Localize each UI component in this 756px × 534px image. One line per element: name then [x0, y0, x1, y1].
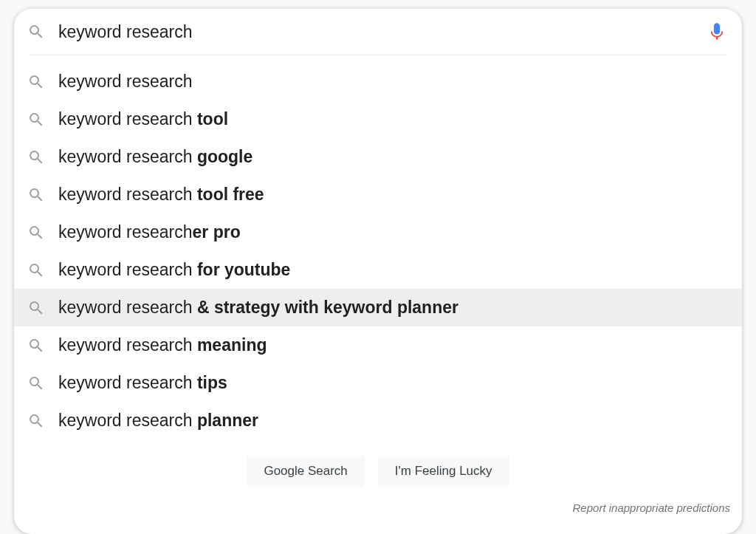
search-icon [27, 148, 45, 166]
search-icon [27, 299, 45, 317]
suggestion-item[interactable]: keyword research for youtube [14, 251, 742, 289]
report-predictions-link[interactable]: Report inappropriate predictions [14, 502, 742, 520]
suggestion-item[interactable]: keyword research [14, 63, 742, 100]
search-dropdown-container: keyword researchkeyword research toolkey… [14, 9, 742, 534]
buttons-row: Google Search I'm Feeling Lucky [14, 439, 742, 502]
suggestion-item[interactable]: keyword research tool free [14, 176, 742, 213]
suggestion-text: keyword research google [58, 146, 252, 168]
suggestion-item[interactable]: keyword research meaning [14, 326, 742, 364]
search-icon [27, 261, 45, 279]
search-icon [27, 186, 45, 204]
feeling-lucky-button[interactable]: I'm Feeling Lucky [378, 456, 509, 487]
search-input-row [14, 9, 742, 55]
search-icon [27, 412, 45, 430]
suggestion-text: keyword research tips [58, 372, 227, 394]
search-icon [27, 73, 45, 91]
suggestion-item[interactable]: keyword research planner [14, 402, 742, 439]
suggestion-text: keyword research planner [58, 410, 258, 432]
mic-icon[interactable] [707, 21, 727, 42]
suggestion-text: keyword research meaning [58, 335, 267, 357]
suggestion-text: keyword research & strategy with keyword… [58, 297, 458, 319]
suggestion-text: keyword research tool [58, 109, 228, 131]
search-input[interactable] [58, 22, 707, 42]
suggestion-text: keyword researcher pro [58, 222, 241, 244]
suggestion-item[interactable]: keyword researcher pro [14, 213, 742, 251]
search-icon [27, 374, 45, 392]
search-icon [27, 224, 45, 242]
suggestions-list: keyword researchkeyword research toolkey… [14, 55, 742, 439]
search-icon [27, 23, 45, 41]
google-search-button[interactable]: Google Search [247, 456, 364, 487]
search-icon [27, 111, 45, 129]
suggestion-text: keyword research [58, 71, 193, 93]
suggestion-item[interactable]: keyword research google [14, 138, 742, 176]
suggestion-text: keyword research tool free [58, 184, 264, 206]
suggestion-item[interactable]: keyword research tips [14, 364, 742, 402]
search-icon [27, 337, 45, 355]
suggestion-item[interactable]: keyword research tool [14, 100, 742, 138]
suggestion-item[interactable]: keyword research & strategy with keyword… [14, 289, 742, 326]
suggestion-text: keyword research for youtube [58, 259, 290, 281]
